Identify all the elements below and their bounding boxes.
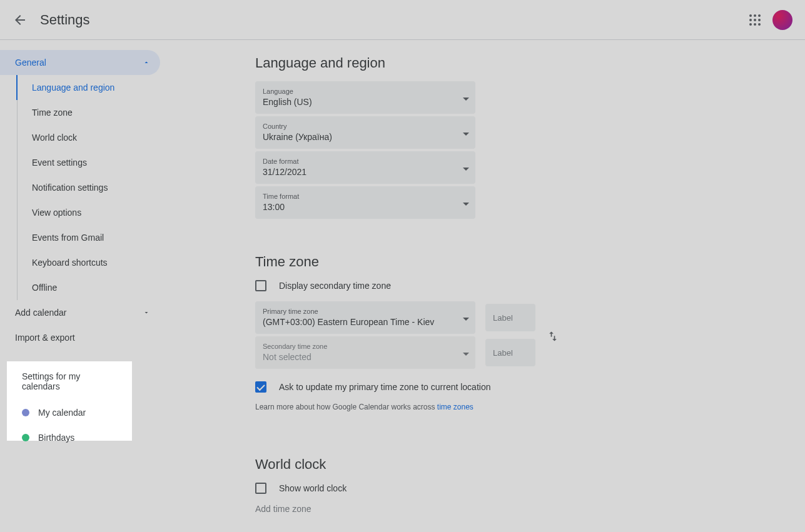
calendar-name: My calendar [38,408,86,418]
secondary-tz-select[interactable]: Secondary time zone Not selected [255,336,475,369]
secondary-tz-label-input[interactable]: Label [485,339,535,366]
apps-icon[interactable] [747,13,762,28]
settings-for-my-calendars-title: Settings for my calendars [22,371,117,391]
sidebar-group-general[interactable]: General [0,50,160,75]
display-secondary-tz-label: Display secondary time zone [279,281,391,291]
sidebar-item-keyboard-shortcuts[interactable]: Keyboard shortcuts [16,250,160,275]
sidebar: General Language and region Time zone Wo… [0,40,160,532]
page-title: Settings [40,12,90,28]
dropdown-arrow-icon [463,348,469,358]
section-title-language-region: Language and region [255,55,790,71]
back-button[interactable] [8,8,33,33]
show-world-clock-label: Show world clock [279,483,347,493]
dropdown-arrow-icon [463,198,469,208]
calendar-item-birthdays[interactable]: Birthdays [22,425,117,450]
sidebar-item-import-export[interactable]: Import & export [0,325,160,350]
country-select[interactable]: Country Ukraine (Україна) [255,116,475,149]
sidebar-item-language-and-region[interactable]: Language and region [16,75,160,100]
ask-update-tz-label: Ask to update my primary time zone to cu… [279,382,490,392]
sidebar-item-offline[interactable]: Offline [16,275,160,300]
display-secondary-tz-checkbox[interactable] [255,280,266,291]
sidebar-item-notification-settings[interactable]: Notification settings [16,175,160,200]
dropdown-arrow-icon [463,313,469,323]
main-content: Language and region Language English (US… [160,40,805,532]
section-title-time-zone: Time zone [255,254,790,270]
dropdown-arrow-icon [463,163,469,173]
primary-tz-label-input[interactable]: Label [485,304,535,331]
sidebar-item-world-clock[interactable]: World clock [16,125,160,150]
swap-vertical-icon [547,330,559,343]
sidebar-item-events-from-gmail[interactable]: Events from Gmail [16,225,160,250]
sidebar-item-add-calendar[interactable]: Add calendar [0,300,160,325]
sidebar-item-time-zone[interactable]: Time zone [16,100,160,125]
swap-tz-button[interactable] [545,329,560,344]
language-select[interactable]: Language English (US) [255,81,475,114]
calendar-color-dot [22,434,29,441]
sidebar-item-event-settings[interactable]: Event settings [16,150,160,175]
ask-update-tz-checkbox[interactable] [255,381,266,393]
sidebar-item-view-options[interactable]: View options [16,200,160,225]
dropdown-arrow-icon [463,93,469,103]
time-format-select[interactable]: Time format 13:00 [255,186,475,219]
arrow-left-icon [13,13,28,28]
date-format-select[interactable]: Date format 31/12/2021 [255,151,475,184]
settings-for-my-calendars-panel: Settings for my calendars My calendar Bi… [7,361,132,441]
tz-help-text: Learn more about how Google Calendar wor… [255,403,790,411]
account-avatar[interactable] [772,10,792,30]
time-zones-link[interactable]: time zones [437,403,473,411]
dropdown-arrow-icon [463,128,469,138]
calendar-color-dot [22,409,29,416]
add-time-zone-button[interactable]: Add time zone [255,504,790,514]
show-world-clock-checkbox[interactable] [255,483,266,494]
section-title-world-clock: World clock [255,456,790,473]
calendar-item-my-calendar[interactable]: My calendar [22,400,117,425]
sidebar-group-label: General [15,58,46,68]
app-header: Settings [0,0,805,40]
chevron-up-icon [143,59,150,66]
calendar-name: Birthdays [38,433,74,443]
chevron-down-icon [143,309,150,316]
primary-tz-select[interactable]: Primary time zone (GMT+03:00) Eastern Eu… [255,301,475,334]
